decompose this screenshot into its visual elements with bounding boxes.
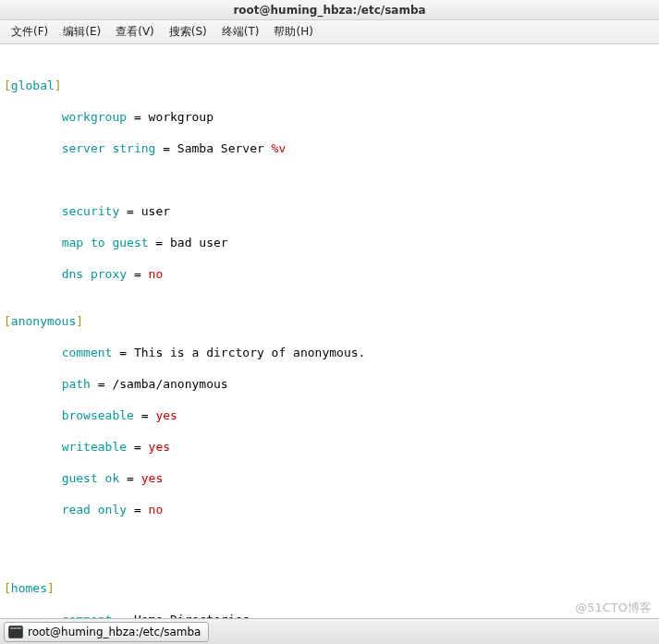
conf-key: browseable [62, 408, 134, 422]
eq: = [155, 141, 177, 155]
section-name-anonymous: anonymous [11, 314, 76, 328]
taskbar-button-terminal[interactable]: root@huming_hbza:/etc/samba [4, 622, 209, 642]
section-bracket: ] [47, 581, 55, 595]
eq: = [119, 471, 140, 485]
eq: = [127, 503, 148, 516]
conf-val: Samba Server [177, 141, 272, 155]
eq: = [127, 440, 148, 454]
eq: = [127, 110, 148, 124]
menubar: 文件(F) 编辑(E) 查看(V) 搜索(S) 终端(T) 帮助(H) [0, 20, 659, 44]
section-bracket: ] [55, 79, 62, 92]
conf-key: read only [62, 503, 127, 516]
eq: = [91, 377, 112, 391]
menu-file[interactable]: 文件(F) [4, 20, 55, 43]
conf-val: user [141, 204, 170, 218]
terminal-icon [8, 626, 23, 638]
taskbar-label: root@huming_hbza:/etc/samba [28, 626, 201, 638]
conf-val: no [149, 267, 164, 281]
conf-val: no [149, 503, 164, 516]
conf-val: workgroup [149, 110, 214, 124]
conf-key: server string [62, 141, 156, 155]
conf-key: workgroup [62, 110, 127, 124]
conf-key: comment [62, 346, 113, 359]
eq: = [112, 346, 133, 359]
conf-key: guest ok [62, 471, 120, 485]
section-name-homes: homes [11, 581, 47, 595]
menu-edit[interactable]: 编辑(E) [55, 20, 108, 43]
eq: = [119, 204, 140, 218]
conf-val: yes [149, 440, 170, 454]
token: %v [272, 141, 287, 155]
conf-val: bad user [170, 236, 228, 249]
window-title: root@huming_hbza:/etc/samba [233, 4, 425, 17]
section-bracket: [ [4, 79, 11, 92]
section-name-global: global [11, 79, 55, 92]
menu-search[interactable]: 搜索(S) [162, 20, 214, 43]
section-bracket: [ [4, 314, 11, 328]
window-titlebar: root@huming_hbza:/etc/samba [0, 0, 659, 20]
conf-key: dns proxy [62, 267, 127, 281]
eq: = [134, 408, 155, 422]
section-bracket: [ [4, 581, 11, 595]
conf-val: This is a dirctory of anonymous. [134, 346, 365, 359]
eq: = [127, 267, 148, 281]
conf-key: security [62, 204, 120, 218]
menu-help[interactable]: 帮助(H) [266, 20, 320, 43]
taskbar: root@huming_hbza:/etc/samba [0, 618, 659, 644]
conf-key: path [62, 377, 91, 391]
eq: = [149, 236, 170, 249]
conf-val: yes [141, 471, 163, 485]
conf-val: yes [155, 408, 177, 422]
terminal-content[interactable]: [global] workgroup = workgroup server st… [0, 44, 659, 644]
menu-view[interactable]: 查看(V) [108, 20, 162, 43]
menu-terminal[interactable]: 终端(T) [214, 20, 267, 43]
section-bracket: ] [76, 314, 83, 328]
conf-val: /samba/anonymous [112, 377, 227, 391]
conf-key: map to guest [62, 236, 149, 249]
conf-key: writeable [62, 440, 127, 454]
